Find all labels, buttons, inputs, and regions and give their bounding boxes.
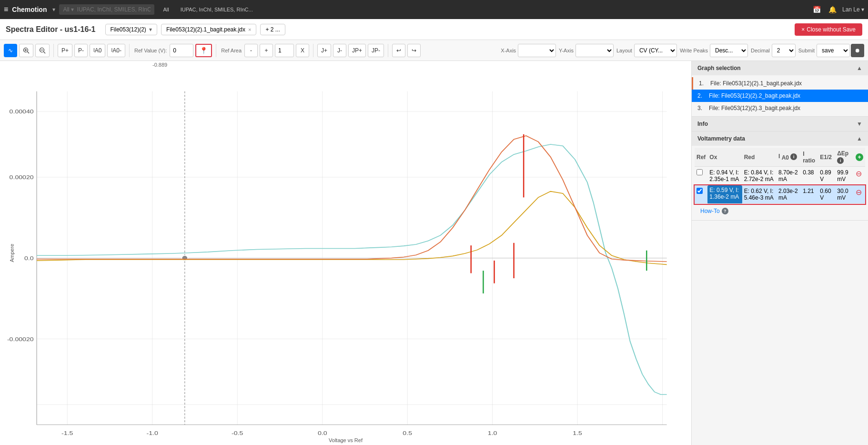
main-content: -0.889 Ampere Voltage vs Ref: [0, 61, 868, 445]
graph-item-2[interactable]: 2. File: File053(12)(2).2_bagit.peak.jdx: [692, 90, 868, 102]
voltammetry-label: Voltammetry data: [697, 135, 745, 142]
ref-area-input[interactable]: [275, 44, 294, 57]
row1-remove[interactable]: ⊖: [854, 167, 865, 185]
row1-e12: 0.89 V: [818, 167, 835, 185]
topbar: ≡ Chemotion ▾ All IUPAC, InChI, SMILES, …: [0, 0, 868, 19]
voltammetry-table: Ref Ox Red I A0 i I ratio E1/2 ΔEp i: [695, 148, 865, 204]
row1-ref-checkbox[interactable]: [696, 169, 703, 175]
row1-iratio: 0.38: [801, 167, 818, 185]
graph-item-1[interactable]: 1. File: File053(12)(2).1_bagit.peak.jdx: [692, 77, 868, 90]
row2-ref-checkbox[interactable]: [696, 188, 703, 194]
more-tabs[interactable]: + 2 ...: [260, 24, 285, 35]
voltammetry-section: Voltammetry data ▲ Ref Ox Red I A0 i I r…: [692, 131, 868, 221]
row2-remove-icon[interactable]: ⊖: [856, 188, 862, 196]
col-ia0: I A0 i: [777, 148, 801, 167]
voltammetry-header[interactable]: Voltammetry data ▲: [692, 131, 868, 146]
nav-tab-iupac[interactable]: IUPAC, InChI, SMILES, RInC...: [176, 5, 258, 14]
how-to-link[interactable]: How-To ?: [695, 204, 865, 218]
ref-value-input[interactable]: [170, 44, 193, 57]
zoom-in-btn[interactable]: [19, 44, 33, 57]
graph-selection-label: Graph selection: [697, 65, 741, 71]
ia0-btn[interactable]: IA0: [90, 44, 105, 57]
x-btn[interactable]: X: [296, 44, 309, 57]
undo-btn[interactable]: ↩: [392, 44, 405, 57]
write-peaks-group: Write Peaks Desc...: [679, 44, 748, 57]
row1-ox: E: 0.94 V, I: 2.35e-1 mA: [707, 167, 742, 185]
topbar-right: 📅 🔔 Lan Le ▾: [811, 5, 864, 14]
calendar-icon[interactable]: 📅: [811, 5, 823, 14]
info-header[interactable]: Info ▼: [692, 117, 868, 131]
row1-dep: 99.9 mV: [835, 167, 854, 185]
how-to-icon: ?: [722, 208, 728, 214]
ia0-info-icon: i: [790, 153, 797, 160]
line-btn[interactable]: ∿: [4, 44, 17, 57]
voltammetry-table-container: Ref Ox Red I A0 i I ratio E1/2 ΔEp i: [692, 146, 868, 220]
decimal-label: Decimal: [751, 48, 770, 53]
svg-text:0.00040: 0.00040: [10, 108, 34, 115]
user-label[interactable]: Lan Le ▾: [842, 6, 864, 13]
jpplus-btn[interactable]: JP+: [348, 44, 366, 57]
write-peaks-select[interactable]: Desc...: [710, 44, 748, 57]
svg-line-5: [43, 51, 45, 53]
chart-svg: 0.00040 0.00020 0.0 -0.00020 -1.5 -1.0 -…: [0, 61, 691, 445]
app-name: Chemotion: [12, 6, 47, 13]
jplus-btn[interactable]: J+: [317, 44, 331, 57]
ref-area-minus-btn[interactable]: -: [244, 44, 258, 57]
row2-remove[interactable]: ⊖: [854, 185, 865, 204]
layout-select[interactable]: CV (CY...: [634, 44, 677, 57]
app-dropdown-icon[interactable]: ▾: [52, 6, 55, 13]
row2-e12: 0.60 V: [818, 185, 835, 204]
yaxis-select[interactable]: [575, 44, 614, 57]
file-tab-2-close[interactable]: ×: [248, 27, 251, 32]
pminus-btn[interactable]: P-: [74, 44, 88, 57]
jpminus-btn[interactable]: JP-: [368, 44, 384, 57]
pin-btn[interactable]: 📍: [195, 44, 212, 57]
menu-icon[interactable]: ≡: [4, 5, 8, 14]
decimal-select[interactable]: 2: [772, 44, 796, 57]
ia0minus-btn[interactable]: IA0-: [107, 44, 125, 57]
page-title: Spectra Editor - us1-16-1: [6, 25, 96, 34]
row2-ox: E: 0.59 V, I: 1.36e-2 mA: [707, 185, 742, 204]
titlebar: Spectra Editor - us1-16-1 File053(12)(2)…: [0, 19, 868, 40]
row1-remove-icon[interactable]: ⊖: [856, 170, 862, 178]
right-panel: Graph selection ▲ 1. File: File053(12)(2…: [692, 61, 868, 445]
info-label: Info: [697, 121, 708, 127]
bell-icon[interactable]: 🔔: [827, 5, 838, 14]
layout-label: Layout: [616, 48, 632, 53]
nav-tab-all[interactable]: All: [158, 5, 173, 14]
add-row-icon[interactable]: +: [856, 153, 863, 161]
x-axis-label: Voltage vs Ref: [329, 437, 363, 443]
submit-select[interactable]: save: [817, 44, 850, 57]
col-ref: Ref: [695, 148, 707, 167]
row1-red: E: 0.84 V, I: 2.72e-2 mA: [742, 167, 777, 185]
svg-text:1.5: 1.5: [573, 430, 582, 436]
jminus-btn[interactable]: J-: [333, 44, 346, 57]
pplus-btn[interactable]: P+: [58, 44, 72, 57]
search-input[interactable]: [59, 4, 154, 15]
col-e12: E1/2: [818, 148, 835, 167]
row1-ref-cell: [695, 167, 707, 185]
chart-area[interactable]: -0.889 Ampere Voltage vs Ref: [0, 61, 692, 445]
row2-dep: 30.0 mV: [835, 185, 854, 204]
graph-item-3[interactable]: 3. File: File053(12)(2).3_bagit.peak.jdx: [692, 102, 868, 114]
cursor-x-label: -0.889: [152, 62, 167, 68]
row1-ia0: 8.70e-2 mA: [777, 167, 801, 185]
graph-item-1-label: File: File053(12)(2).1_bagit.peak.jdx: [710, 80, 802, 87]
redo-btn[interactable]: ↪: [407, 44, 421, 57]
submit-group: Submit save ⏺: [797, 44, 864, 57]
file-tab-2[interactable]: File053(12)(2).1_bagit.peak.jdx ×: [161, 24, 257, 35]
row2-red: E: 0.62 V, I: 5.46e-3 mA: [742, 185, 777, 204]
xaxis-select[interactable]: [518, 44, 556, 57]
graph-selection-header[interactable]: Graph selection ▲: [692, 61, 868, 75]
col-dep: ΔEp i: [835, 148, 854, 167]
file-tab-2-label: File053(12)(2).1_bagit.peak.jdx: [166, 26, 245, 33]
close-without-save-button[interactable]: × Close without Save: [795, 23, 862, 36]
nav-tabs: All IUPAC, InChI, SMILES, RInC...: [158, 5, 807, 14]
ref-area-plus-btn[interactable]: +: [260, 44, 273, 57]
yaxis-group: Y-Axis: [558, 44, 614, 57]
zoom-out-btn[interactable]: [35, 44, 50, 57]
graph-list: 1. File: File053(12)(2).1_bagit.peak.jdx…: [692, 75, 868, 116]
svg-text:-0.00020: -0.00020: [7, 336, 34, 343]
file-tab-1[interactable]: File053(12)(2) ▾: [105, 24, 157, 35]
submit-btn[interactable]: ⏺: [851, 44, 864, 57]
